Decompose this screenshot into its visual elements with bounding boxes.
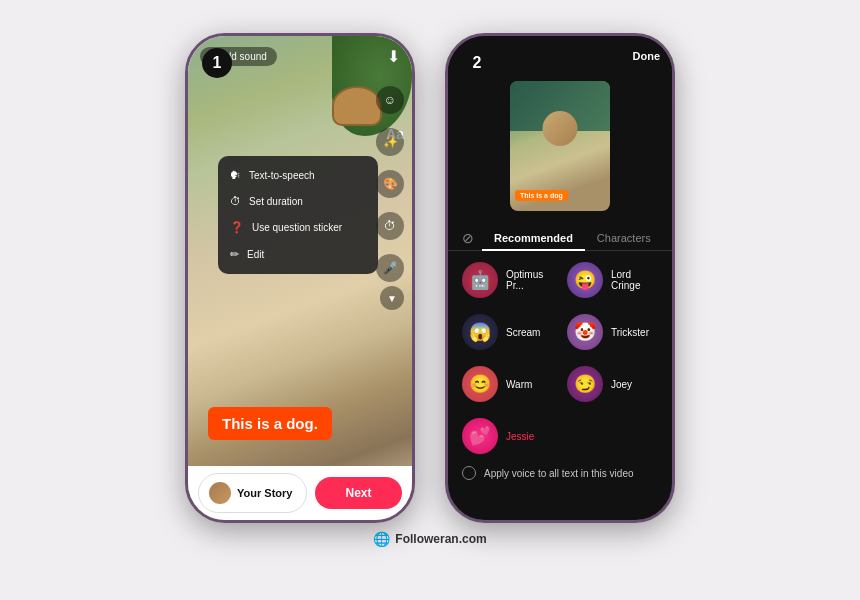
voice-item-lord-cringe[interactable]: 😜 Lord Cringe — [563, 256, 662, 304]
text-overlay[interactable]: This is a dog. — [208, 407, 332, 440]
dropdown-menu: 🗣 Text-to-speech ⏱ Set duration ❓ Use qu… — [218, 156, 378, 274]
watermark-text: Followeran.com — [395, 532, 486, 546]
phone-1-content: 1 ♪ Add sound ⬇ Aa ☺ ✨ 🎨 ⏱ 🎤 ▼ — [188, 36, 412, 520]
question-icon: ❓ — [230, 221, 244, 234]
story-avatar — [209, 482, 231, 504]
voice-name-lord-cringe: Lord Cringe — [611, 269, 658, 291]
edit-item[interactable]: ✏ Edit — [218, 241, 378, 268]
voice-avatar-warm: 😊 — [462, 366, 498, 402]
chevron-down-icon[interactable]: ▼ — [380, 286, 404, 310]
apply-voice-checkbox[interactable] — [462, 466, 476, 480]
voice-name-scream: Scream — [506, 327, 540, 338]
step-badge-1: 1 — [202, 48, 232, 78]
tts-label: Text-to-speech — [249, 170, 315, 181]
tab-recommended[interactable]: Recommended — [482, 226, 585, 250]
your-story-label: Your Story — [237, 487, 292, 499]
phone-2-content: 2 Done This is a dog ⊘ Recommended Chara… — [448, 36, 672, 520]
no-voice-icon[interactable]: ⊘ — [462, 230, 474, 246]
filter-icon[interactable]: 🎨 — [376, 170, 404, 198]
voice-grid: 🤖 Optimus Pr... 😜 Lord Cringe 😱 Scream 🤡… — [458, 256, 662, 460]
phone-2: 2 Done This is a dog ⊘ Recommended Chara… — [445, 33, 675, 523]
voice-name-joey: Joey — [611, 379, 632, 390]
edit-label: Edit — [247, 249, 264, 260]
voice-avatar-lord-cringe: 😜 — [567, 262, 603, 298]
apply-voice-label: Apply voice to all text in this video — [484, 468, 634, 479]
watermark: 🌐 Followeran.com — [373, 531, 486, 547]
tts-icon: 🗣 — [230, 169, 241, 181]
phone-1: 1 ♪ Add sound ⬇ Aa ☺ ✨ 🎨 ⏱ 🎤 ▼ — [185, 33, 415, 523]
video-thumbnail: This is a dog — [510, 81, 610, 211]
right-toolbar: ☺ ✨ 🎨 ⏱ 🎤 — [376, 86, 404, 282]
voice-name-optimus: Optimus Pr... — [506, 269, 553, 291]
apply-voice-row[interactable]: Apply voice to all text in this video — [462, 466, 634, 480]
voice-item-warm[interactable]: 😊 Warm — [458, 360, 557, 408]
sticker-icon[interactable]: ☺ — [376, 86, 404, 114]
voice-item-scream[interactable]: 😱 Scream — [458, 308, 557, 356]
basket-decoration — [332, 86, 382, 126]
voice-name-jessie: Jessie — [506, 431, 534, 442]
thumbnail-label: This is a dog — [515, 190, 568, 201]
question-label: Use question sticker — [252, 222, 342, 233]
your-story-button[interactable]: Your Story — [198, 473, 307, 513]
edit-icon: ✏ — [230, 248, 239, 261]
step-badge-2: 2 — [462, 48, 492, 78]
done-button[interactable]: Done — [633, 50, 661, 62]
text-to-speech-item[interactable]: 🗣 Text-to-speech — [218, 162, 378, 188]
voice-item-joey[interactable]: 😏 Joey — [563, 360, 662, 408]
globe-icon: 🌐 — [373, 531, 390, 547]
voice-avatar-scream: 😱 — [462, 314, 498, 350]
voice-name-warm: Warm — [506, 379, 532, 390]
voice-avatar-optimus: 🤖 — [462, 262, 498, 298]
bottom-bar-1: Your Story Next — [188, 466, 412, 520]
set-duration-item[interactable]: ⏱ Set duration — [218, 188, 378, 214]
duration-label: Set duration — [249, 196, 303, 207]
voice-item-optimus[interactable]: 🤖 Optimus Pr... — [458, 256, 557, 304]
voice-avatar-joey: 😏 — [567, 366, 603, 402]
download-icon[interactable]: ⬇ — [387, 47, 400, 66]
voice-avatar-jessie: 💕 — [462, 418, 498, 454]
voice-tabs: ⊘ Recommended Characters Humor — [448, 226, 672, 251]
question-sticker-item[interactable]: ❓ Use question sticker — [218, 214, 378, 241]
voice-item-jessie[interactable]: 💕 Jessie — [458, 412, 557, 460]
next-button[interactable]: Next — [315, 477, 402, 509]
tab-characters[interactable]: Characters — [585, 226, 663, 250]
voice-item-trickster[interactable]: 🤡 Trickster — [563, 308, 662, 356]
tab-humor[interactable]: Humor — [663, 226, 675, 250]
mic-icon[interactable]: 🎤 — [376, 254, 404, 282]
voice-name-trickster: Trickster — [611, 327, 649, 338]
timer-icon[interactable]: ⏱ — [376, 212, 404, 240]
voice-avatar-trickster: 🤡 — [567, 314, 603, 350]
effects-icon[interactable]: ✨ — [376, 128, 404, 156]
duration-icon: ⏱ — [230, 195, 241, 207]
